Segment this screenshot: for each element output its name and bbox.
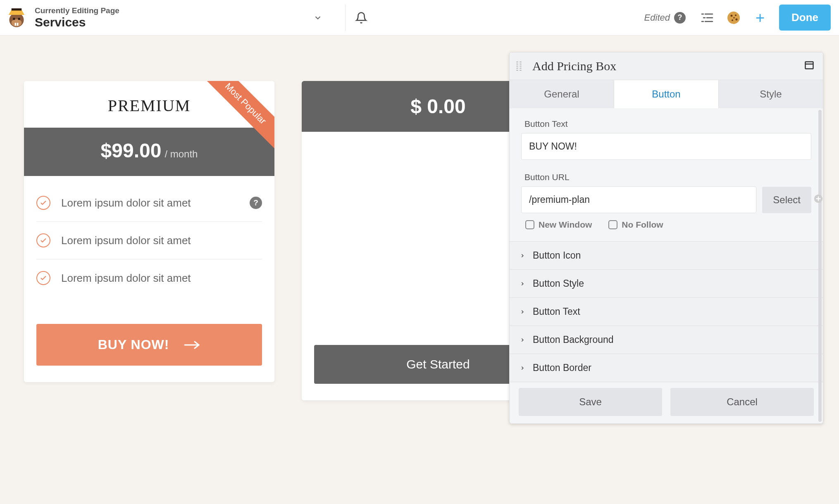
help-icon[interactable]: ? [674, 12, 686, 24]
svg-point-1 [12, 19, 22, 26]
pricing-card-premium[interactable]: Most Popular PREMIUM $99.00/ month Lorem… [24, 81, 274, 382]
accordion-label: Button Background [533, 334, 614, 345]
panel-title: Add Pricing Box [532, 59, 805, 73]
beaver-logo [4, 5, 29, 30]
tab-button[interactable]: Button [614, 80, 719, 108]
panel-body: Button Text Button URL Select New Window [510, 108, 823, 423]
svg-point-18 [733, 17, 735, 19]
separator [345, 5, 346, 31]
accordion-button-style[interactable]: Button Style [510, 270, 823, 298]
button-text-input[interactable] [521, 133, 811, 160]
done-button[interactable]: Done [779, 5, 831, 31]
edited-label: Edited [644, 12, 670, 23]
checkbox-icon [608, 220, 617, 229]
accordion-label: Button Icon [533, 250, 581, 261]
select-url-button[interactable]: Select [762, 187, 811, 213]
check-icon [36, 233, 50, 247]
svg-point-17 [732, 19, 733, 21]
plan-price: $99.00/ month [24, 128, 274, 176]
accordion-button-icon[interactable]: Button Icon [510, 242, 823, 270]
svg-rect-4 [15, 23, 17, 26]
title-area: Currently Editing Page Services [35, 6, 119, 29]
tab-style[interactable]: Style [719, 80, 823, 108]
accordion-button-text[interactable]: Button Text [510, 298, 823, 326]
accordion-label: Button Border [533, 362, 591, 373]
feature-text: Lorem ipsum dolor sit amet [61, 197, 191, 209]
accordion-label: Button Style [533, 278, 584, 289]
editing-supertitle: Currently Editing Page [35, 6, 119, 15]
check-icon [36, 196, 50, 210]
price-amount: $ 0.00 [410, 95, 465, 117]
svg-point-2 [13, 18, 15, 20]
cta-label: BUY NOW! [98, 337, 169, 352]
svg-rect-6 [12, 8, 22, 10]
svg-point-15 [735, 14, 737, 16]
svg-point-3 [18, 18, 20, 20]
accordion-button-border[interactable]: Button Border [510, 354, 823, 382]
feature-item: Lorem ipsum dolor sit amet ? [36, 184, 262, 222]
help-icon[interactable]: ? [250, 197, 262, 209]
feature-list: Lorem ipsum dolor sit amet ? Lorem ipsum… [24, 176, 274, 313]
feature-item: Lorem ipsum dolor sit amet [36, 222, 262, 259]
svg-point-16 [736, 18, 738, 20]
edited-status: Edited ? [644, 12, 686, 24]
chevron-right-icon [520, 362, 525, 373]
chevron-right-icon [520, 250, 525, 261]
cookie-icon[interactable] [725, 9, 743, 27]
outline-icon[interactable] [698, 9, 716, 27]
no-follow-checkbox[interactable]: No Follow [608, 220, 663, 230]
arrow-right-icon [184, 337, 200, 352]
title-dropdown[interactable] [310, 10, 326, 26]
settings-panel: Add Pricing Box General Button Style But… [509, 52, 823, 424]
chevron-right-icon [520, 306, 525, 317]
price-period: / month [164, 148, 198, 159]
notifications-icon[interactable] [352, 9, 370, 27]
accordion: Button Icon Button Style Button Text But… [510, 241, 823, 382]
button-url-label: Button URL [524, 172, 808, 182]
accordion-button-background[interactable]: Button Background [510, 326, 823, 354]
topbar: Currently Editing Page Services Edited ? [0, 0, 839, 36]
new-window-label: New Window [539, 220, 592, 230]
svg-rect-20 [806, 62, 813, 69]
button-url-input[interactable] [521, 186, 756, 213]
buy-now-button[interactable]: BUY NOW! [36, 324, 262, 366]
no-follow-label: No Follow [622, 220, 663, 230]
chevron-right-icon [520, 278, 525, 289]
button-text-label: Button Text [524, 119, 808, 129]
tab-general[interactable]: General [510, 80, 614, 108]
feature-text: Lorem ipsum dolor sit amet [61, 234, 191, 247]
svg-point-14 [731, 14, 733, 17]
cancel-button[interactable]: Cancel [670, 388, 814, 416]
maximize-icon[interactable] [805, 61, 814, 71]
svg-rect-5 [17, 23, 19, 26]
scrollbar[interactable] [818, 110, 822, 422]
checkbox-icon [525, 220, 534, 229]
save-button[interactable]: Save [519, 388, 662, 416]
accordion-label: Button Text [533, 306, 580, 317]
panel-tabs: General Button Style [510, 80, 823, 108]
add-module-icon[interactable]: + [751, 9, 769, 27]
chevron-right-icon [520, 334, 525, 345]
feature-text: Lorem ipsum dolor sit amet [61, 272, 191, 285]
new-window-checkbox[interactable]: New Window [525, 220, 592, 230]
check-icon [36, 271, 50, 285]
add-url-icon[interactable] [814, 194, 823, 206]
feature-item: Lorem ipsum dolor sit amet [36, 259, 262, 297]
price-amount: $99.00 [101, 140, 162, 162]
panel-header: Add Pricing Box [510, 52, 823, 80]
page-title: Services [35, 15, 119, 29]
drag-handle-icon[interactable] [514, 59, 524, 73]
panel-footer: Save Cancel [510, 382, 823, 423]
